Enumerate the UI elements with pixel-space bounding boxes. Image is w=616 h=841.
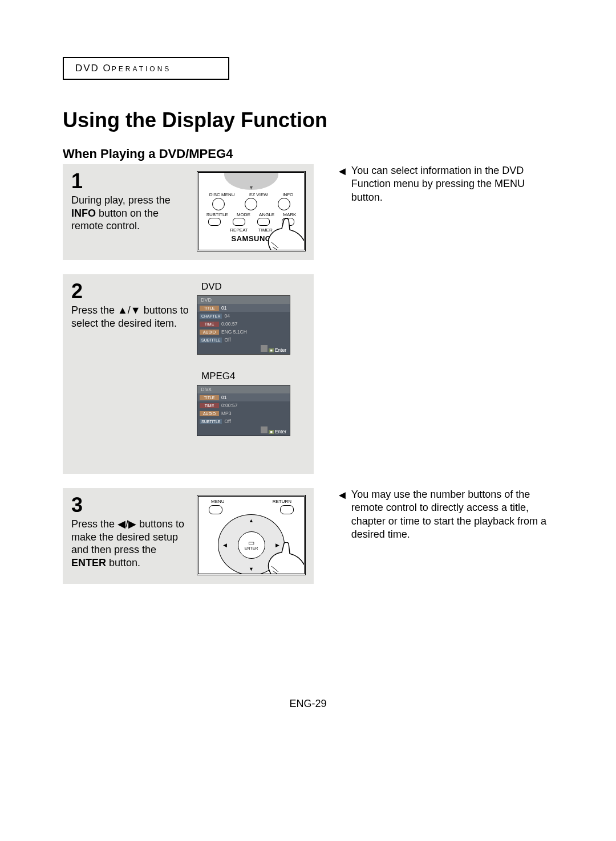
note-arrow-icon: ◄ (337, 165, 348, 177)
step-2-number: 2 (71, 281, 191, 302)
step-2-block: 2 Press the ▲/▼ buttons to select the de… (63, 274, 314, 474)
remote-label: MODE (237, 212, 250, 217)
step-2-row: 2 Press the ▲/▼ buttons to select the de… (63, 274, 553, 474)
page-footer: ENG-29 (63, 698, 553, 710)
remote-illustration-3: MENU RETURN ▲▼◀▶ ▭ ENTER (197, 495, 306, 575)
step-3-text: Press the ◀/▶ buttons to make the desire… (71, 518, 191, 569)
section-header-text: DVD OPERATIONS (75, 63, 171, 74)
remote-label: ANGLE (259, 212, 274, 217)
remote-label: DISC MENU (209, 192, 235, 197)
note-1: ◄ You can select information in the DVD … (314, 164, 553, 204)
page: DVD OPERATIONS Using the Display Functio… (0, 0, 616, 738)
remote-label: SUBTITLE (206, 212, 228, 217)
remote-label: REPEAT (230, 227, 248, 233)
osd-mpeg4-label: MPEG4 (201, 371, 236, 382)
step-1-number: 1 (71, 171, 191, 192)
remote-label: EZ VIEW (249, 192, 268, 197)
osd-head: DVD (197, 296, 290, 304)
note-3: ◄ You may use the number buttons of the … (314, 488, 553, 542)
page-title: Using the Display Function (63, 108, 553, 132)
osd-dvd-menu: DVD TITLE01 CHAPTER04 TIME0:00:57 AUDIOE… (197, 295, 290, 355)
osd-dvd-label: DVD (201, 281, 222, 292)
section-header-box: DVD OPERATIONS (63, 57, 229, 80)
hand-icon (261, 542, 306, 575)
remote-label: INFO (282, 192, 293, 197)
close-icon (261, 345, 268, 352)
remote-label: RETURN (273, 499, 291, 504)
step-2-text: Press the ▲/▼ buttons to select the desi… (71, 304, 191, 330)
note-3-text: You may use the number buttons of the re… (351, 488, 553, 542)
step-3-block: 3 Press the ◀/▶ buttons to make the desi… (63, 488, 314, 584)
osd-head: DivX (197, 385, 290, 393)
page-subtitle: When Playing a DVD/MPEG4 (63, 147, 553, 161)
step-3-row: 3 Press the ◀/▶ buttons to make the desi… (63, 488, 553, 584)
hand-icon (261, 218, 306, 251)
note-arrow-icon: ◄ (337, 489, 348, 501)
remote-illustration-1: DISC MENU EZ VIEW INFO SUBTITLE MODE ANG… (197, 171, 306, 251)
osd-mpeg4-menu: DivX TITLE01 TIME0:00:57 AUDIOMP3 SUBTIT… (197, 385, 290, 436)
remote-label: MENU (211, 499, 225, 504)
step-1-row: 1 During play, press the INFO button on … (63, 164, 553, 260)
remote-label: MARK (283, 212, 296, 217)
step-1-text: During play, press the INFO button on th… (71, 194, 191, 233)
step-1-block: 1 During play, press the INFO button on … (63, 164, 314, 260)
note-1-text: You can select information in the DVD Fu… (351, 164, 553, 204)
close-icon (261, 426, 268, 433)
step-3-number: 3 (71, 495, 191, 515)
